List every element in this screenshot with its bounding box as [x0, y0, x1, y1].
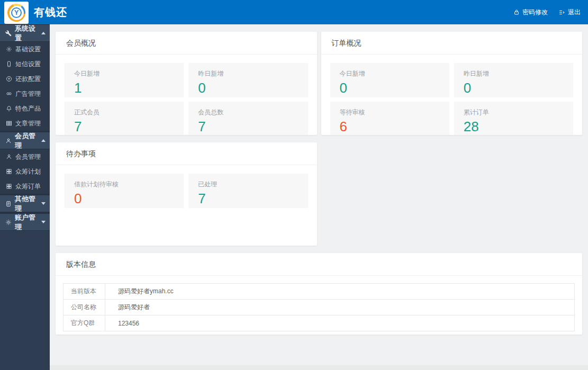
caret-down-icon	[41, 202, 46, 205]
sidebar-item-basic-settings[interactable]: 基础设置	[0, 42, 50, 57]
sidebar-item-article-management[interactable]: 文章管理	[0, 116, 50, 131]
user-icon	[5, 138, 12, 144]
table-row: 公司名称 源码爱好者	[64, 300, 575, 315]
sidebar-item-crowdfund-order[interactable]: 众筹订单	[0, 179, 50, 194]
sidebar-group-other-management[interactable]: 其他管理	[0, 195, 50, 212]
qq-group-row-value: 123456	[105, 315, 575, 331]
version-row-label: 当前版本	[64, 284, 105, 300]
sidebar-item-member-management[interactable]: 会员管理	[0, 149, 50, 164]
stat-value: 7	[198, 119, 307, 134]
stat-tile-member-yesterday: 昨日新增 0	[188, 63, 307, 97]
person-icon	[6, 154, 12, 160]
bottom-strip	[50, 365, 588, 370]
stat-value: 0	[198, 80, 307, 96]
table-row: 当前版本 源码爱好者ymah.cc	[64, 284, 575, 300]
sidebar-item-featured-products[interactable]: 特色产品	[0, 101, 50, 116]
logo-ring-icon: Y	[7, 4, 25, 22]
sidebar-group-system-settings[interactable]: 系统设置	[0, 24, 50, 42]
member-overview-card: 会员概况 今日新增 1 昨日新增 0 正式会员 7 会员总数	[56, 32, 317, 135]
sidebar-item-crowdfund-plan[interactable]: 众筹计划	[0, 164, 50, 179]
stat-tile-todo-processed: 已处理 7	[188, 174, 307, 208]
phone-icon	[6, 61, 12, 67]
stat-tile-order-pending: 等待审核 6	[330, 102, 449, 135]
change-password-button[interactable]: 密码修改	[513, 8, 548, 17]
stat-label: 等待审核	[340, 108, 449, 117]
caret-down-icon	[41, 221, 46, 223]
stat-tile-order-total: 累计订单 28	[454, 102, 573, 135]
lock-icon	[513, 9, 520, 15]
sidebar-group-member-management[interactable]: 会员管理	[0, 132, 50, 149]
stat-label: 今日新增	[74, 69, 184, 78]
top-header: Y 有钱还 密码修改 退出	[0, 0, 588, 24]
grid-icon	[6, 168, 12, 175]
file-icon	[5, 201, 12, 207]
cog-icon	[5, 219, 12, 225]
caret-up-icon	[41, 32, 46, 34]
company-row-value: 源码爱好者	[105, 300, 575, 315]
change-password-label: 密码修改	[522, 8, 548, 17]
stat-tile-member-total: 会员总数 7	[188, 102, 307, 135]
stat-label: 会员总数	[198, 108, 307, 117]
sidebar-item-sms-settings[interactable]: 短信设置	[0, 57, 50, 71]
stat-value: 6	[340, 119, 449, 134]
company-row-label: 公司名称	[64, 300, 105, 315]
stat-label: 已处理	[198, 180, 307, 189]
stat-label: 今日新增	[340, 69, 449, 78]
sidebar-group-account-management[interactable]: 账户管理	[0, 213, 50, 231]
stat-value: 7	[74, 119, 184, 134]
sidebar-item-label: 文章管理	[15, 119, 41, 128]
sidebar: 系统设置 基础设置 短信设置 还款配置 广告管理 特色产品 文章管理	[0, 24, 50, 370]
sidebar-item-label: 还款配置	[15, 75, 41, 84]
sidebar-item-label: 众筹订单	[15, 182, 41, 191]
wrench-icon	[5, 30, 12, 37]
infinity-icon	[6, 91, 12, 97]
order-overview-title: 订单概况	[321, 32, 583, 55]
sidebar-item-label: 短信设置	[15, 60, 41, 69]
circle-arrow-up-icon	[6, 76, 12, 82]
sidebar-item-label: 广告管理	[15, 89, 41, 98]
stat-tile-order-yesterday: 昨日新增 0	[454, 63, 573, 97]
logout-button[interactable]: 退出	[558, 8, 581, 17]
header-actions: 密码修改 退出	[513, 8, 581, 17]
sidebar-item-label: 会员管理	[15, 152, 41, 161]
version-info-card: 版本信息 当前版本 源码爱好者ymah.cc 公司名称 源码爱好者 官方Q群	[56, 253, 582, 335]
stat-value: 0	[74, 191, 184, 206]
version-table: 当前版本 源码爱好者ymah.cc 公司名称 源码爱好者 官方Q群 123456	[63, 283, 575, 331]
stat-label: 正式会员	[74, 108, 184, 117]
table-row: 官方Q群 123456	[64, 315, 575, 331]
stat-label: 累计订单	[464, 108, 573, 117]
stat-value: 7	[198, 191, 307, 206]
stat-tile-todo-pending-review: 借款计划待审核 0	[65, 174, 184, 208]
logo-letter: Y	[11, 7, 22, 18]
stat-label: 昨日新增	[198, 69, 307, 78]
stat-tile-member-formal: 正式会员 7	[65, 102, 184, 135]
sidebar-item-label: 基础设置	[15, 45, 41, 54]
todo-card: 待办事项 借款计划待审核 0 已处理 7	[56, 142, 317, 246]
stat-label: 借款计划待审核	[74, 180, 184, 189]
sidebar-group-label: 其他管理	[15, 194, 38, 213]
stat-value: 28	[464, 119, 573, 134]
sidebar-group-label: 账户管理	[15, 213, 38, 232]
order-overview-card: 订单概况 今日新增 0 昨日新增 0 等待审核 6 累计订单	[321, 32, 583, 135]
stat-tile-member-today: 今日新增 1	[65, 63, 184, 97]
version-info-title: 版本信息	[56, 253, 582, 276]
qq-group-row-label: 官方Q群	[64, 315, 105, 331]
sidebar-item-repayment-config[interactable]: 还款配置	[0, 71, 50, 86]
sidebar-item-ad-management[interactable]: 广告管理	[0, 86, 50, 101]
todo-title: 待办事项	[56, 142, 317, 165]
member-overview-title: 会员概况	[56, 32, 317, 55]
gear-icon	[6, 46, 12, 52]
stat-label: 昨日新增	[464, 69, 573, 78]
logout-icon	[558, 9, 565, 16]
caret-up-icon	[41, 139, 46, 142]
app-logo: Y	[4, 2, 29, 24]
table-icon	[6, 120, 12, 127]
logout-label: 退出	[568, 8, 581, 17]
app-title: 有钱还	[34, 5, 67, 20]
sidebar-group-label: 会员管理	[15, 131, 38, 150]
stat-value: 0	[464, 80, 573, 96]
stat-value: 0	[340, 80, 449, 96]
version-row-value: 源码爱好者ymah.cc	[105, 284, 575, 300]
main-content: 会员概况 今日新增 1 昨日新增 0 正式会员 7 会员总数	[50, 24, 588, 370]
grid-icon	[6, 183, 12, 189]
